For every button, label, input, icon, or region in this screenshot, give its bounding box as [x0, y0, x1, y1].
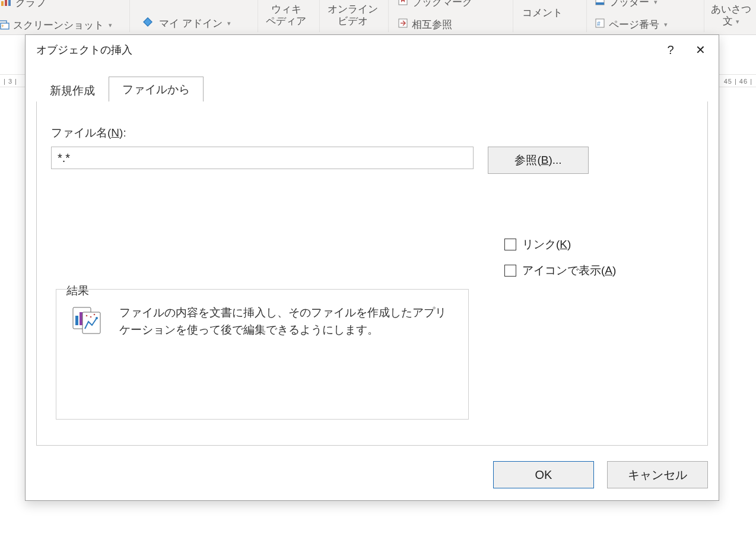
ribbon-crossref[interactable]: 相互参照 [398, 18, 452, 31]
ribbon-myaddins-group[interactable]: マイ アドイン ▾ [140, 14, 231, 33]
options: リンク(K) アイコンで表示(A) [504, 237, 616, 278]
ribbon-online-line2: ビデオ [338, 15, 368, 27]
dropdown-caret-icon: ▾ [109, 21, 112, 29]
ribbon-comment[interactable]: コメント [522, 6, 563, 20]
checkbox-box-icon [504, 265, 516, 277]
ribbon-separator [388, 0, 389, 32]
ribbon-separator [319, 0, 320, 32]
ribbon-crossref-label: 相互参照 [412, 18, 452, 31]
ribbon-wiki-line2: ペディア [266, 15, 306, 27]
help-icon: ? [667, 43, 674, 57]
ribbon-onlinevideo[interactable]: オンライン ビデオ [328, 4, 378, 28]
svg-rect-18 [82, 312, 100, 334]
dropdown-caret-icon: ▾ [227, 20, 231, 27]
insert-object-dialog: オブジェクトの挿入 ? ✕ 新規作成 ファイルから ファイル名(N): 参照(B… [25, 34, 719, 501]
ruler-left: | 3 | [4, 75, 17, 88]
cancel-label: キャンセル [628, 467, 687, 483]
dialog-buttons: OK キャンセル [493, 461, 708, 488]
tab-panel-from-file: ファイル名(N): 参照(B)... リンク(K) アイコンで表示(A) [36, 101, 708, 446]
ribbon-footer[interactable]: フッター ▾ [595, 0, 657, 9]
dropdown-caret-icon: ▾ [736, 18, 739, 26]
svg-point-21 [90, 316, 92, 318]
filename-label-accel: N [111, 126, 119, 139]
svg-rect-8 [399, 0, 407, 5]
ribbon-bookmark-label: ブックマーク [412, 0, 472, 9]
ribbon-footer-label: フッター [609, 0, 649, 9]
ribbon-chart-group[interactable]: グラフ [0, 0, 46, 10]
bookmark-icon [398, 0, 408, 9]
ribbon-separator [129, 0, 130, 32]
svg-rect-16 [80, 312, 82, 325]
screenshot-icon: + [0, 18, 9, 33]
svg-rect-0 [1, 1, 4, 6]
ribbon-wikipedia[interactable]: ウィキ ペディア [266, 4, 306, 28]
dialog-title: オブジェクトの挿入 [36, 43, 132, 57]
ribbon-bookmark[interactable]: ブックマーク [398, 0, 472, 9]
checkbox-box-icon [504, 239, 516, 250]
filename-label-post: ): [119, 126, 126, 139]
checkbox-display-as-icon-label: アイコンで表示(A) [522, 263, 616, 278]
ribbon-myaddins-label: マイ アドイン [159, 17, 223, 30]
ribbon-comment-label: コメント [522, 6, 563, 20]
svg-text:#: # [597, 21, 601, 27]
svg-rect-15 [75, 316, 78, 325]
svg-marker-7 [144, 18, 151, 26]
filename-input[interactable] [51, 147, 474, 169]
cancel-button[interactable]: キャンセル [607, 461, 708, 488]
browse-accel: B [541, 154, 549, 167]
ribbon-chart-label: グラフ [15, 0, 46, 9]
svg-point-20 [86, 315, 88, 317]
svg-rect-2 [8, 0, 11, 6]
chart-icon [0, 0, 12, 10]
checkbox-display-as-icon[interactable]: アイコンで表示(A) [504, 263, 616, 278]
tab-new[interactable]: 新規作成 [36, 78, 109, 101]
result-group: ファイルの内容を文書に挿入し、そのファイルを作成したアプリケーションを使って後で… [56, 289, 469, 420]
dropdown-caret-icon: ▾ [664, 21, 668, 28]
ribbon-pagenum[interactable]: # ページ番号 ▾ [595, 18, 668, 31]
tab-from-file-label: ファイルから [122, 83, 190, 96]
crossref-icon [398, 18, 408, 31]
ribbon-wiki-line1: ウィキ [271, 4, 301, 15]
help-button[interactable]: ? [656, 35, 685, 65]
ribbon-aisatsu-line1: あいさつ [711, 4, 751, 15]
dialog-titlebar: オブジェクトの挿入 ? ✕ [26, 35, 719, 65]
footer-icon [595, 0, 605, 9]
filename-label-pre: ファイル名( [51, 126, 111, 139]
svg-text:+: + [1, 23, 4, 29]
pagenum-icon: # [595, 18, 605, 31]
ribbon-separator [513, 0, 513, 32]
ok-button[interactable]: OK [493, 461, 594, 488]
browse-post: )... [548, 154, 561, 167]
filename-label: ファイル名(N): [51, 125, 693, 141]
ribbon-screenshot-label: スクリーンショット [13, 18, 104, 32]
tab-new-label: 新規作成 [50, 84, 95, 97]
close-button[interactable]: ✕ [685, 35, 715, 65]
checkbox-link-label: リンク(K) [522, 237, 571, 252]
ribbon-separator [586, 0, 587, 32]
svg-point-19 [96, 317, 98, 319]
ribbon-aisatsu[interactable]: あいさつ 文 ▾ [711, 4, 751, 28]
ribbon: グラフ + スクリーンショット ▾ マイ アドイン ▾ ウィキ ペディア オンラ… [0, 0, 756, 35]
ribbon-aisatsu-line2: 文 [723, 15, 733, 27]
addins-icon [140, 14, 155, 33]
ruler-right: 45 | 46 | [724, 75, 752, 88]
checkbox-link[interactable]: リンク(K) [504, 237, 616, 252]
svg-point-22 [94, 314, 96, 316]
close-icon: ✕ [695, 43, 706, 57]
svg-rect-11 [596, 2, 604, 5]
browse-button[interactable]: 参照(B)... [488, 147, 589, 174]
ribbon-online-line1: オンライン [328, 4, 378, 15]
dropdown-caret-icon: ▾ [654, 0, 657, 6]
ribbon-separator [704, 0, 704, 32]
ribbon-pagenum-label: ページ番号 [609, 18, 659, 31]
ribbon-separator [258, 0, 258, 32]
result-description: ファイルの内容を文書に挿入し、そのファイルを作成したアプリケーションを使って後で… [119, 304, 454, 339]
embedded-object-icon [71, 304, 105, 336]
browse-pre: 参照( [514, 153, 541, 168]
svg-rect-1 [5, 0, 7, 6]
ribbon-screenshot-group[interactable]: + スクリーンショット ▾ [0, 18, 112, 33]
dialog-tabs: 新規作成 ファイルから [36, 77, 708, 102]
ok-label: OK [535, 468, 552, 482]
tab-from-file[interactable]: ファイルから [109, 77, 204, 101]
